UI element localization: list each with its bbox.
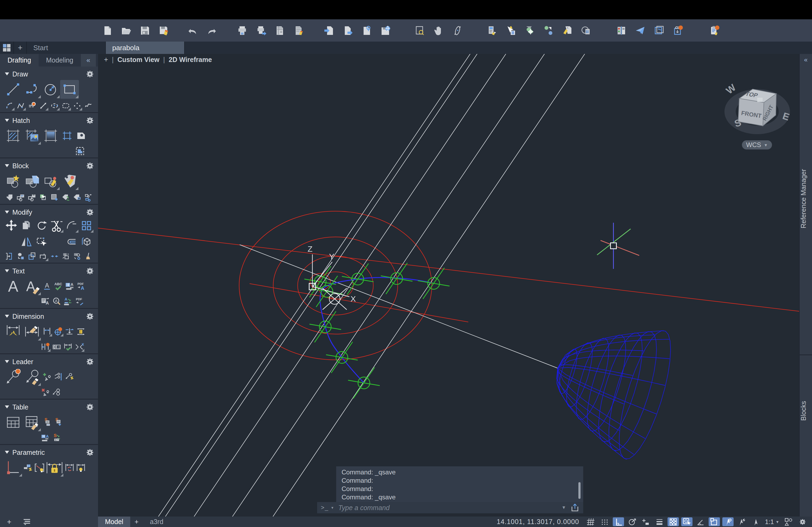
viewport-view-control[interactable]: Custom View — [117, 56, 160, 64]
clean-screen-toggle[interactable] — [709, 517, 720, 526]
gear-icon[interactable] — [85, 69, 95, 79]
tool-measure[interactable] — [38, 100, 49, 111]
command-scrollbar[interactable] — [578, 482, 581, 499]
view-cube[interactable]: W S E TOP FRONT RIGHT — [714, 69, 799, 138]
transparency-toggle[interactable] — [668, 517, 679, 526]
print-button[interactable] — [236, 25, 248, 36]
right-panel-collapse[interactable]: « — [800, 56, 812, 64]
ortho-toggle[interactable] — [613, 517, 624, 526]
gear-icon[interactable] — [85, 311, 95, 322]
tool-continue-dimension[interactable] — [40, 342, 51, 352]
undo-button[interactable] — [187, 25, 199, 36]
tool-add-leader[interactable] — [41, 372, 53, 382]
wcs-dropdown[interactable]: WCS ▼ — [742, 140, 772, 149]
tool-data-link[interactable]: S — [41, 417, 53, 428]
trace-button[interactable] — [653, 25, 665, 36]
lineweight-toggle[interactable] — [654, 517, 665, 526]
gear-icon[interactable] — [85, 266, 95, 276]
command-input-bar[interactable]: >_ ▾ Type a command ▼ — [317, 502, 583, 513]
cloud-sync-button[interactable] — [672, 25, 684, 36]
paste-special-button[interactable] — [708, 25, 720, 36]
tool-dimension[interactable] — [4, 322, 23, 341]
gear-icon[interactable] — [85, 356, 95, 367]
tab-start[interactable]: Start — [27, 42, 106, 54]
tool-tolerance[interactable]: .1 — [51, 342, 62, 352]
tool-tag[interactable] — [4, 192, 15, 203]
tool-array[interactable] — [79, 218, 94, 233]
tab-model[interactable]: Model — [98, 516, 130, 527]
tool-break-dimension[interactable]: X — [74, 342, 85, 352]
tool-hatch[interactable] — [4, 126, 23, 145]
tool-circle[interactable] — [41, 80, 60, 99]
tool-revision[interactable] — [38, 251, 49, 261]
layout-list-icon[interactable] — [23, 519, 31, 525]
tab-a3rd[interactable]: a3rd — [143, 516, 170, 527]
tool-show-hide-constraints[interactable] — [75, 462, 86, 473]
tool-baseline-dimension[interactable] — [64, 326, 75, 337]
tool-arc-alt[interactable] — [4, 100, 15, 111]
workspace-switching[interactable] — [783, 517, 795, 526]
tool-point[interactable] — [71, 100, 83, 111]
tool-dimensional-constraint[interactable] — [45, 458, 64, 477]
object-snap-tracking-toggle[interactable] — [640, 517, 651, 526]
viewport[interactable]: + | Custom View | 2D Wireframe ZYX W S E — [98, 54, 799, 516]
collapse-triangle-icon[interactable] — [5, 405, 9, 410]
share-command-icon[interactable] — [571, 503, 579, 512]
start-grid-icon[interactable] — [0, 42, 14, 54]
tool-data-update[interactable]: S — [51, 432, 62, 443]
command-prompt-icon[interactable]: >_ — [321, 504, 329, 511]
tool-select-similar[interactable] — [34, 234, 49, 249]
prompt-dropdown-icon[interactable]: ▾ — [331, 505, 334, 510]
tab-reference-manager[interactable]: Reference Manager — [800, 142, 812, 255]
ribbon-collapse-button[interactable]: « — [81, 54, 96, 66]
annotation-toggle[interactable] — [750, 517, 761, 526]
export-file-button[interactable] — [342, 25, 354, 36]
tool-attribute-settings[interactable] — [71, 192, 83, 203]
tool-add-selected[interactable] — [49, 192, 60, 203]
attach-button[interactable] — [361, 25, 373, 36]
polar-tracking-toggle[interactable] — [626, 517, 638, 526]
tool-align[interactable] — [60, 251, 71, 261]
open-file-button[interactable] — [120, 25, 132, 36]
tool-ruler[interactable] — [75, 326, 86, 337]
tool-quick-leader[interactable] — [64, 372, 75, 382]
tool-align-leaders[interactable] — [53, 372, 64, 382]
tool-polyline[interactable] — [15, 100, 26, 111]
collapse-triangle-icon[interactable] — [5, 269, 9, 274]
tool-text-list[interactable]: A — [64, 281, 75, 292]
viewport-add-control[interactable]: + — [104, 56, 108, 64]
settings-gear-icon[interactable] — [797, 517, 808, 526]
tool-attribute-sync[interactable] — [60, 192, 71, 203]
tool-table[interactable] — [4, 413, 23, 432]
gear-icon[interactable] — [85, 207, 95, 217]
tool-clean[interactable] — [83, 251, 94, 261]
collapse-triangle-icon[interactable] — [5, 451, 9, 456]
new-file-button[interactable] — [102, 25, 113, 36]
tool-find-text[interactable]: A — [51, 296, 62, 307]
tool-spell-check[interactable]: ABC — [53, 281, 64, 292]
tool-collect-leaders[interactable] — [51, 387, 62, 398]
point-number-button[interactable] — [580, 25, 592, 36]
tool-center-mark[interactable] — [53, 326, 64, 337]
gear-icon[interactable] — [85, 115, 95, 126]
tool-dimension-style[interactable] — [23, 322, 41, 341]
tool-multiline[interactable] — [26, 100, 38, 111]
tool-gradient[interactable] — [41, 126, 60, 145]
tool-arc[interactable] — [23, 80, 41, 99]
print-export-button[interactable] — [255, 25, 267, 36]
snap-dynamic-toggle[interactable] — [736, 517, 747, 526]
pan-button[interactable] — [433, 25, 445, 36]
tool-stretch[interactable] — [4, 251, 15, 261]
tool-remove-leader[interactable] — [40, 387, 51, 398]
page-setup-button[interactable] — [274, 25, 286, 36]
collapse-triangle-icon[interactable] — [5, 360, 9, 365]
gear-icon[interactable] — [85, 447, 95, 458]
compass-west[interactable]: W — [724, 82, 738, 96]
snap-toggle[interactable] — [599, 517, 610, 526]
tool-insert-block[interactable] — [4, 172, 23, 191]
collapse-triangle-icon[interactable] — [5, 211, 9, 216]
collapse-triangle-icon[interactable] — [5, 164, 9, 169]
tool-convert-constraint[interactable] — [64, 462, 75, 473]
tab-blocks[interactable]: Blocks — [800, 384, 812, 438]
collapse-triangle-icon[interactable] — [5, 119, 9, 124]
